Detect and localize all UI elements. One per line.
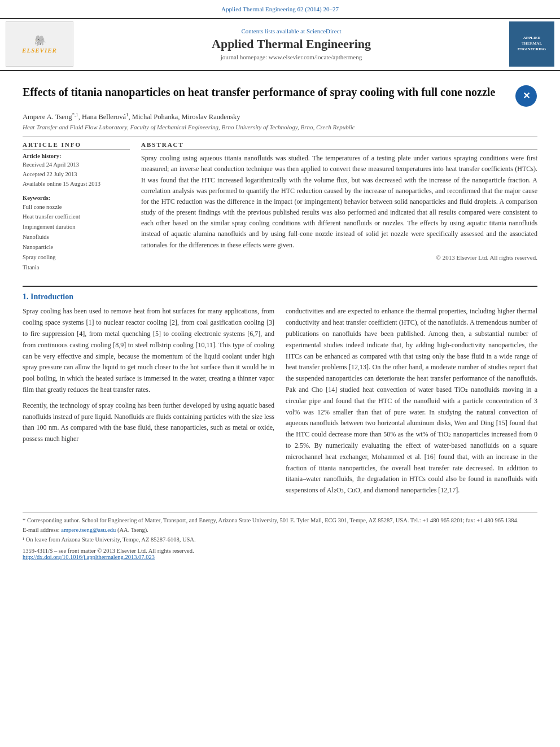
info-divider: [23, 136, 537, 137]
intro-para-3: conductivities and are expected to enhan…: [286, 306, 537, 496]
corresponding-note: * Corresponding author. School for Engin…: [23, 516, 537, 526]
intro-section: 1. Introduction Spray cooling has been u…: [23, 292, 537, 501]
intro-para-2: Recently, the technology of spray coolin…: [23, 400, 274, 445]
article-info-col: ARTICLE INFO Article history: Received 2…: [23, 141, 130, 278]
email-label: E-mail address:: [23, 527, 60, 533]
keyword-6: Spray cooling: [23, 252, 130, 263]
journal-header: Applied Thermal Engineering 62 (2014) 20…: [0, 0, 560, 71]
keywords-block: Keywords: Full cone nozzle Heat transfer…: [23, 195, 130, 273]
journal-homepage: journal homepage: www.elsevier.com/locat…: [79, 54, 504, 60]
crossmark-icon: ✕: [515, 85, 537, 107]
section-divider: [23, 286, 537, 287]
intro-heading: 1. Introduction: [23, 292, 537, 302]
article-info-label: ARTICLE INFO: [23, 141, 130, 150]
abstract-col: ABSTRACT Spray cooling using aqueous tit…: [141, 141, 537, 278]
author-tseng-sup: *,1: [72, 112, 78, 117]
accepted-text: Accepted 22 July 2013: [23, 170, 130, 180]
available-text: Available online 15 August 2013: [23, 180, 130, 189]
email-note: E-mail address: ampere.tseng@asu.edu (AA…: [23, 526, 537, 535]
corresponding-label: * Corresponding author.: [23, 517, 80, 523]
intro-col-right: conductivities and are expected to enhan…: [286, 306, 537, 501]
author-tseng: Ampere A. Tseng: [23, 113, 72, 121]
keyword-7: Titania: [23, 263, 130, 273]
doi-anchor[interactable]: http://dx.doi.org/10.1016/j.applthermale…: [23, 554, 155, 560]
article-title-row: Effects of titania nanoparticles on heat…: [23, 85, 537, 107]
intro-body: Spray cooling has been used to remove he…: [23, 306, 537, 501]
keyword-4: Nanofluids: [23, 232, 130, 242]
journal-logo-right: APPLIEDTHERMALENGINEERING: [509, 21, 554, 67]
intro-para-1: Spray cooling has been used to remove he…: [23, 306, 274, 395]
keyword-2: Heat transfer coefficient: [23, 212, 130, 222]
article-title: Effects of titania nanoparticles on heat…: [23, 85, 509, 99]
sciencedirect-link[interactable]: ScienceDirect: [307, 28, 342, 34]
abstract-label: ABSTRACT: [141, 141, 537, 150]
journal-title: Applied Thermal Engineering: [79, 37, 504, 51]
crossmark-badge: ✕: [515, 85, 537, 107]
issn-text: 1359-4311/$ – see front matter © 2013 El…: [23, 548, 537, 554]
footer-notes: * Corresponding author. School for Engin…: [23, 516, 537, 544]
history-block: Article history: Received 24 April 2013 …: [23, 153, 130, 189]
keyword-1: Full cone nozzle: [23, 202, 130, 212]
header-divider: [0, 70, 560, 71]
email-value[interactable]: ampere.tseng@asu.edu: [61, 527, 116, 533]
authors-rest: , Michal Pohanka, Miroslav Raudensky: [129, 113, 240, 121]
footer-area: * Corresponding author. School for Engin…: [23, 512, 537, 560]
keyword-5: Nanoparticle: [23, 242, 130, 252]
doi-link[interactable]: http://dx.doi.org/10.1016/j.applthermale…: [23, 554, 537, 560]
page-content: Effects of titania nanoparticles on heat…: [0, 72, 560, 571]
received-text: Received 24 April 2013: [23, 160, 130, 170]
received-date: Received 24 April 2013 Accepted 22 July …: [23, 160, 130, 189]
footnote1: ¹ On leave from Arizona State University…: [23, 535, 537, 545]
keywords-label: Keywords:: [23, 195, 130, 201]
intro-title: Introduction: [30, 292, 73, 301]
copyright-text: © 2013 Elsevier Ltd. All rights reserved…: [141, 254, 537, 261]
intro-col-left: Spray cooling has been used to remove he…: [23, 306, 274, 501]
contents-label: Contents lists available at ScienceDirec…: [79, 28, 504, 34]
intro-number: 1.: [23, 292, 29, 301]
affiliation: Heat Transfer and Fluid Flow Laboratory,…: [23, 124, 537, 130]
journal-ref: Applied Thermal Engineering 62 (2014) 20…: [11, 6, 549, 12]
email-name: (AA. Tseng).: [117, 527, 148, 533]
history-label: Article history:: [23, 153, 130, 159]
author-bellerova: , Hana Bellerová: [78, 113, 126, 121]
corresponding-detail: School for Engineering of Matter, Transp…: [81, 517, 518, 523]
elsevier-logo-left: 🐘 ELSEVIER: [6, 21, 73, 67]
authors-line: Ampere A. Tseng*,1, Hana Bellerová1, Mic…: [23, 112, 537, 121]
abstract-text: Spray cooling using aqueous titania nano…: [141, 153, 537, 251]
footer-doi: 1359-4311/$ – see front matter © 2013 El…: [23, 548, 537, 560]
keywords-list: Full cone nozzle Heat transfer coefficie…: [23, 202, 130, 273]
keyword-3: Impingement duration: [23, 222, 130, 232]
info-abstract-row: ARTICLE INFO Article history: Received 2…: [23, 141, 537, 278]
journal-center: Contents lists available at ScienceDirec…: [73, 28, 509, 60]
